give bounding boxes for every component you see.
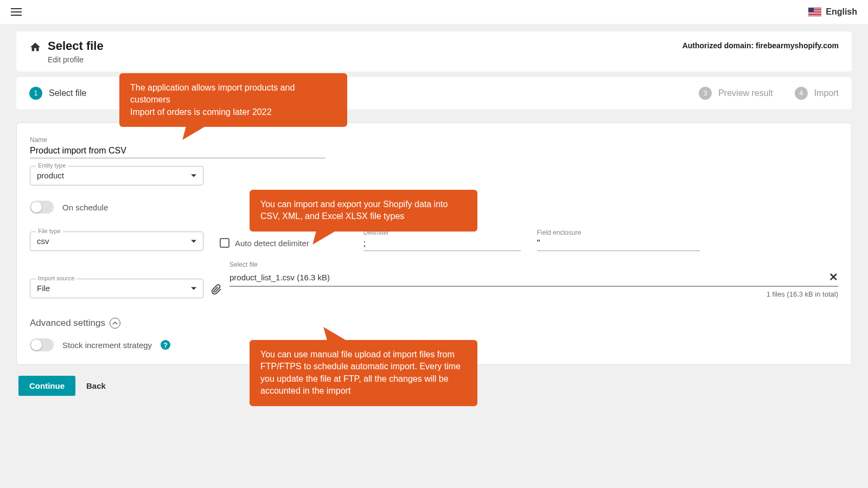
callout-tooltip: You can use manual file upload ot import… xyxy=(250,340,477,406)
chevron-up-icon xyxy=(110,318,120,329)
stock-increment-toggle[interactable] xyxy=(30,338,54,351)
page-title: Select file xyxy=(48,39,104,53)
step-import[interactable]: 4 Import xyxy=(795,87,839,100)
us-flag-icon xyxy=(808,8,821,16)
hamburger-menu-icon[interactable] xyxy=(11,8,22,16)
authorized-domain: Authorized domain: firebearmyshopify.com xyxy=(682,41,839,50)
name-label: Name xyxy=(30,136,838,144)
advanced-settings-label: Advanced settings xyxy=(30,318,105,329)
step-label: Import xyxy=(814,88,839,98)
continue-button[interactable]: Continue xyxy=(18,376,75,396)
import-source-label: Import source xyxy=(36,275,76,281)
remove-file-button[interactable]: ✕ xyxy=(829,271,838,284)
callout-text: You can import and export your Shopify d… xyxy=(260,198,467,223)
enclosure-label: Field enclosure xyxy=(537,229,700,236)
on-schedule-label: On schedule xyxy=(62,203,108,212)
stock-increment-label: Stock increment strategy xyxy=(62,341,152,350)
chevron-down-icon xyxy=(191,175,196,177)
page-subtitle: Edit profile xyxy=(48,55,104,64)
on-schedule-toggle[interactable] xyxy=(30,201,54,214)
selected-file-name: product_list_1.csv (16.3 kB) xyxy=(229,273,330,282)
step-number: 4 xyxy=(795,87,808,100)
auto-detect-label: Auto detect delimiter xyxy=(235,239,309,248)
step-number: 3 xyxy=(699,87,712,100)
file-total-info: 1 files (16.3 kB in total) xyxy=(229,290,838,298)
entity-type-value: product xyxy=(37,171,64,180)
enclosure-input[interactable] xyxy=(537,236,700,251)
select-file-label: Select file xyxy=(229,261,838,268)
import-source-value: File xyxy=(37,284,50,293)
step-number: 1 xyxy=(29,87,42,100)
callout-text: You can use manual file upload ot import… xyxy=(260,349,467,397)
advanced-settings-toggle[interactable]: Advanced settings xyxy=(30,318,838,329)
step-preview-result[interactable]: 3 Preview result xyxy=(699,87,773,100)
chevron-down-icon xyxy=(191,287,196,290)
step-select-file[interactable]: 1 Select file xyxy=(29,87,86,100)
language-selector[interactable]: English xyxy=(808,7,857,17)
callout-tooltip: You can import and export your Shopify d… xyxy=(250,190,477,232)
callout-text: The application allows import products a… xyxy=(130,82,336,106)
home-icon[interactable] xyxy=(29,41,41,53)
file-type-select[interactable]: File type csv xyxy=(30,232,203,251)
entity-type-select[interactable]: Entity type product xyxy=(30,166,203,185)
entity-type-label: Entity type xyxy=(36,162,68,169)
page-header: Select file Edit profile Authorized doma… xyxy=(16,31,852,72)
attachment-icon[interactable] xyxy=(211,283,222,296)
callout-text: Import of orders is coming later 2022 xyxy=(130,106,336,118)
name-input[interactable] xyxy=(30,144,326,158)
help-icon[interactable]: ? xyxy=(161,340,170,350)
language-label: English xyxy=(826,7,857,17)
delimiter-input[interactable] xyxy=(363,236,521,251)
file-type-label: File type xyxy=(36,228,63,234)
chevron-down-icon xyxy=(191,240,196,243)
back-button[interactable]: Back xyxy=(86,381,106,390)
file-type-value: csv xyxy=(37,236,49,246)
auto-detect-checkbox[interactable] xyxy=(220,238,229,248)
step-label: Preview result xyxy=(718,88,773,98)
step-label: Select file xyxy=(49,88,86,98)
topbar: English xyxy=(0,0,868,24)
import-source-select[interactable]: Import source File xyxy=(30,279,203,298)
form-card: Name Entity type product On schedule Fil… xyxy=(16,123,852,365)
callout-tooltip: The application allows import products a… xyxy=(119,73,347,127)
